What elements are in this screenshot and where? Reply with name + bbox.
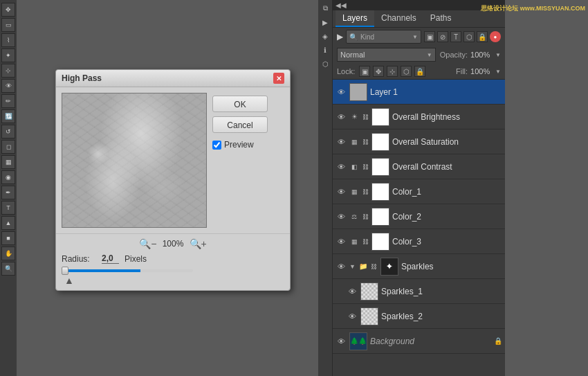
rt-icon-1[interactable]: ⧉ <box>320 3 331 14</box>
dialog-close-button[interactable]: ✕ <box>273 73 284 84</box>
fill-value[interactable]: 100% <box>470 67 493 75</box>
dialog-body: OK Cancel Preview <box>56 87 290 233</box>
layer-name: Color_2 <box>392 212 502 222</box>
rt-icon-5[interactable]: ⬡ <box>320 58 331 69</box>
preview-checkbox[interactable] <box>212 141 221 150</box>
lock-pixels-icon[interactable]: ▣ <box>359 66 370 77</box>
toolbar-wand-btn[interactable]: ✦ <box>1 48 15 62</box>
eye-icon[interactable]: 👁 <box>336 261 347 272</box>
chain-icon: ⛓ <box>362 238 369 245</box>
dialog-controls: OK Cancel Preview <box>212 93 268 228</box>
toolbar-blur-btn[interactable]: ◉ <box>1 170 15 184</box>
toolbar-gradient-btn[interactable]: ▦ <box>1 155 15 169</box>
histogram-triangle-icon: ▲ <box>62 275 284 286</box>
rt-icon-4[interactable]: ℹ <box>320 44 331 55</box>
layer-thumbnail <box>371 233 389 251</box>
cancel-button[interactable]: Cancel <box>212 116 268 133</box>
toolbar-pen-btn[interactable]: ✒ <box>1 186 15 199</box>
opacity-arrow[interactable]: ▼ <box>495 52 501 58</box>
layer-row[interactable]: 👁 ▦ ⛓ Color_3 <box>333 229 505 254</box>
filter-icon-4[interactable]: ⬡ <box>463 31 475 42</box>
layer-name: Overall Contrast <box>392 162 502 172</box>
layer-row[interactable]: 👁 ◧ ⛓ Overall Contrast <box>333 154 505 179</box>
eye-icon[interactable]: 👁 <box>336 236 347 247</box>
layer-thumbnail <box>349 83 367 101</box>
chain-icon: ⛓ <box>362 188 369 195</box>
opacity-value[interactable]: 100% <box>470 51 493 59</box>
toolbar-crop-btn[interactable]: ⊹ <box>1 64 15 78</box>
preview-area[interactable] <box>62 93 207 228</box>
lock-all-icon[interactable]: ⬡ <box>401 66 412 77</box>
zoom-out-icon[interactable]: 🔍− <box>139 238 156 249</box>
filter-icon-6[interactable]: ● <box>490 31 501 42</box>
layer-row[interactable]: 👁 Sparkles_1 <box>333 279 505 304</box>
zoom-in-icon[interactable]: 🔍+ <box>190 238 207 249</box>
toolbar-stamp-btn[interactable]: 🔃 <box>1 109 15 123</box>
lock-lock-icon[interactable]: 🔒 <box>414 66 425 77</box>
play-button[interactable]: ▶ <box>337 32 343 42</box>
lock-art-icon[interactable]: ⊹ <box>387 66 398 77</box>
layer-name: Sparkles_2 <box>381 312 502 321</box>
toolbar-path-btn[interactable]: ▲ <box>1 216 15 230</box>
group-collapse-arrow[interactable]: ▼ <box>349 263 356 270</box>
adjustment-icon: ▦ <box>349 237 359 247</box>
toolbar-eye-btn[interactable]: 👁 <box>1 79 15 93</box>
blend-mode-select[interactable]: Normal ▼ <box>337 48 436 62</box>
layer-row[interactable]: 👁 🌲 Background 🔒 <box>333 329 505 354</box>
layer-row[interactable]: 👁 ☀ ⛓ Overall Brightness <box>333 105 505 129</box>
layer-row[interactable]: 👁 ⚖ ⛓ Color_2 <box>333 204 505 229</box>
panel-collapse-arrow[interactable]: ◀◀ 思络设计论坛 www.MISSYUAN.COM <box>333 0 505 10</box>
fill-label: Fill: <box>456 67 468 75</box>
tab-layers[interactable]: Layers <box>336 10 374 27</box>
layer-row[interactable]: 👁 ▼ 📁 ⛓ ✦ Sparkles <box>333 254 505 279</box>
toolbar-shape-btn[interactable]: ■ <box>1 231 15 245</box>
tab-bar: Layers Channels Paths <box>333 10 505 28</box>
layer-row[interactable]: 👁 ▦ ⛓ Overall Saturation <box>333 129 505 154</box>
eye-icon[interactable]: 👁 <box>336 87 347 98</box>
adjustment-icon: ☀ <box>349 112 359 122</box>
layer-row[interactable]: 👁 ▦ ⛓ Color_1 <box>333 179 505 204</box>
radius-value: 2,0 <box>102 253 119 264</box>
toolbar-brush-btn[interactable]: ✏ <box>1 94 15 108</box>
rt-icon-2[interactable]: ▶ <box>320 17 331 28</box>
toolbar-zoom-btn[interactable]: 🔍 <box>1 262 15 276</box>
radius-unit: Pixels <box>125 254 147 264</box>
eye-icon[interactable]: 👁 <box>347 311 358 322</box>
ok-button[interactable]: OK <box>212 96 268 112</box>
toolbar-select-btn[interactable]: ▭ <box>1 18 15 32</box>
toolbar-lasso-btn[interactable]: ⌇ <box>1 33 15 47</box>
zoom-row: 🔍− 100% 🔍+ <box>62 238 284 249</box>
tab-channels[interactable]: Channels <box>374 10 423 27</box>
eye-icon[interactable]: 👁 <box>336 186 347 197</box>
layer-thumbnail <box>371 108 389 126</box>
slider-thumb[interactable] <box>62 267 68 275</box>
eye-icon[interactable]: 👁 <box>347 286 358 297</box>
radius-label: Radius: <box>62 254 96 264</box>
layer-row[interactable]: 👁 Sparkles_2 <box>333 304 505 329</box>
lock-label: Lock: <box>337 67 355 75</box>
eye-icon[interactable]: 👁 <box>336 136 347 147</box>
eye-icon[interactable]: 👁 <box>336 111 347 123</box>
toolbar-eraser-btn[interactable]: ◻ <box>1 140 15 154</box>
rt-icon-3[interactable]: ◈ <box>320 30 331 42</box>
kind-dropdown-arrow: ▼ <box>412 34 418 40</box>
toolbar-hand-btn[interactable]: ✋ <box>1 247 15 260</box>
eye-icon[interactable]: 👁 <box>336 336 347 347</box>
filter-icon-5[interactable]: 🔒 <box>477 31 488 42</box>
radius-slider[interactable] <box>62 269 193 272</box>
filter-icon-2[interactable]: ⊘ <box>437 31 448 42</box>
toolbar-history-btn[interactable]: ↺ <box>1 125 15 138</box>
eye-icon[interactable]: 👁 <box>336 161 347 172</box>
fill-arrow[interactable]: ▼ <box>495 69 501 75</box>
eye-icon[interactable]: 👁 <box>336 211 347 222</box>
toolbar-move-btn[interactable]: ✥ <box>1 3 15 17</box>
filter-icon-1[interactable]: ▣ <box>424 31 435 42</box>
kind-search-box[interactable]: 🔍 Kind ▼ <box>346 30 421 44</box>
tab-paths[interactable]: Paths <box>423 10 459 27</box>
layer-row[interactable]: 👁 Layer 1 <box>333 80 505 105</box>
layer-name: Sparkles_1 <box>381 287 502 296</box>
kind-label: Kind <box>360 33 374 41</box>
filter-icon-3[interactable]: T <box>450 31 461 42</box>
lock-position-icon[interactable]: ✥ <box>373 66 384 77</box>
toolbar-text-btn[interactable]: T <box>1 201 15 215</box>
